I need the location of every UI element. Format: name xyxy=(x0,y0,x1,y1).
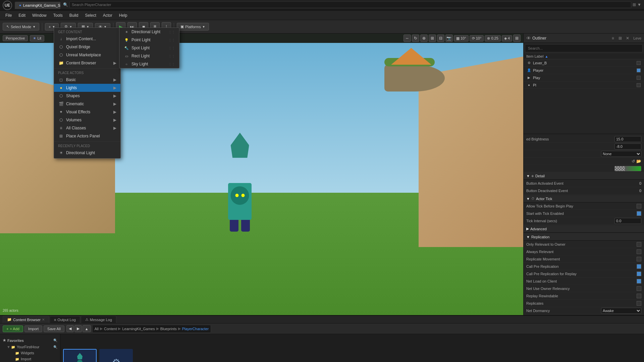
cb-add-button[interactable]: + + Add xyxy=(3,325,23,332)
tab-output-log[interactable]: ≡ Output Log xyxy=(50,316,80,323)
surface-snap-button[interactable]: ⊟ xyxy=(437,35,444,42)
frame-count-button[interactable]: ◈ 4 xyxy=(502,35,512,42)
rect-light-item[interactable]: ▭ Rect Light ⋮⋮ xyxy=(119,52,179,60)
maximize-viewport-button[interactable]: ⊞ xyxy=(513,35,521,42)
sort-icon[interactable]: ▼ xyxy=(637,2,641,7)
replicates-check[interactable] xyxy=(637,301,641,306)
menu-window[interactable]: Window xyxy=(30,12,49,19)
visual-effects-item[interactable]: ✦ Visual Effects ▶ xyxy=(54,108,120,116)
outliner-search-input[interactable] xyxy=(525,44,643,52)
path-playercharacter[interactable]: PlayerCharacter xyxy=(182,327,209,331)
outliner-close-icon[interactable]: ✕ xyxy=(625,35,631,41)
tree-item-widgets[interactable]: 📁 Widgets xyxy=(0,350,60,356)
import-content-item[interactable]: ↓ Import Content... xyxy=(54,35,120,43)
only-relevant-check[interactable] xyxy=(637,242,641,247)
platforms-button[interactable]: ▣ Platforms ▼ xyxy=(177,23,209,31)
sky-light-item[interactable]: ○ Sky Light ⋮⋮ xyxy=(119,60,179,68)
grid-size-button[interactable]: ▦ 10° xyxy=(454,35,469,42)
shapes-item[interactable]: ⬡ Shapes ▶ xyxy=(54,92,120,100)
quixel-bridge-item[interactable]: ⬡ Quixel Bridge xyxy=(54,43,120,51)
cb-import-button[interactable]: Import xyxy=(24,325,42,332)
replay-rewindable-check[interactable] xyxy=(637,294,641,298)
content-browser-item[interactable]: 📁 Content Browser ▶ xyxy=(54,59,120,67)
none-select[interactable]: None xyxy=(601,151,641,157)
select-mode-button[interactable]: ↖ Select Mode ▼ xyxy=(3,23,39,31)
outliner-layout-icon[interactable]: ⊞ xyxy=(617,35,623,41)
tree-item-import[interactable]: 📁 Import xyxy=(0,356,60,362)
menu-edit[interactable]: Edit xyxy=(16,12,28,19)
cb-save-button[interactable]: Save All xyxy=(44,325,64,332)
menu-tools[interactable]: Tools xyxy=(51,12,65,19)
asset-player-interactions[interactable]: ⚙ ↗ Blueprint Class BP_LearningKit_Playe… xyxy=(99,349,133,362)
cinematic-item[interactable]: 🎬 Cinematic ▶ xyxy=(54,100,120,108)
lever-visibility[interactable] xyxy=(636,60,641,66)
browse-icon[interactable]: 📂 xyxy=(636,159,641,164)
outliner-settings-icon[interactable]: ≡ xyxy=(610,35,616,41)
outliner-item-lever[interactable]: ⚙ Lever_B xyxy=(524,59,644,67)
tree-item-yourfirsthour[interactable]: ▼ 📁 YourFirstHour 🔍 xyxy=(0,344,60,350)
outliner-item-player[interactable]: 👤 Player xyxy=(524,67,644,74)
path-learningkit[interactable]: LearningKit_Games xyxy=(122,327,155,331)
volumes-item[interactable]: ⬡ Volumes ▶ xyxy=(54,116,120,124)
pl-checkbox[interactable] xyxy=(637,83,641,87)
scale-snap-button[interactable]: ⊗ 0.25 xyxy=(485,35,500,42)
asset-player-character[interactable]: Blueprint Class BP_LearningKit_PlayerCha… xyxy=(63,349,97,362)
unreal-marketplace-item[interactable]: ⬡ Unreal Marketplace xyxy=(54,51,120,59)
menu-select[interactable]: Select xyxy=(82,12,99,19)
filter-icon[interactable]: ⊞ xyxy=(633,2,636,7)
pl-visibility[interactable] xyxy=(636,82,641,88)
translate-button[interactable]: ↔ xyxy=(404,35,411,42)
start-tick-check[interactable] xyxy=(637,211,641,216)
path-content[interactable]: Content xyxy=(104,327,117,331)
always-relevant-check[interactable] xyxy=(637,249,641,254)
outliner-item-play[interactable]: ▶ Play xyxy=(524,74,644,81)
scale-button[interactable]: ⊕ xyxy=(420,35,428,42)
cb-back-button[interactable]: ◀ xyxy=(66,325,74,332)
point-light-item[interactable]: 💡 Point Light ⋮⋮ xyxy=(119,36,179,44)
angle-snap-button[interactable]: ⟳ 10° xyxy=(470,35,484,42)
cb-tab-close[interactable]: ✕ xyxy=(42,318,45,321)
recent-directional-light[interactable]: ☀ Directional Light xyxy=(54,149,120,157)
player-checkbox[interactable] xyxy=(637,68,641,72)
play-visibility[interactable] xyxy=(636,75,641,80)
menu-help[interactable]: Help xyxy=(116,12,130,19)
path-all[interactable]: All xyxy=(95,327,99,331)
place-actors-panel-item[interactable]: ⊞ Place Actors Panel xyxy=(54,132,120,140)
menu-actor[interactable]: Actor xyxy=(100,12,115,19)
advanced-header-1[interactable]: ▶ Advanced xyxy=(524,225,644,233)
perspective-button[interactable]: Perspective xyxy=(3,35,28,41)
replicate-movement-check[interactable] xyxy=(637,257,641,261)
lever-checkbox[interactable] xyxy=(637,61,641,65)
refresh-icon[interactable]: ↺ xyxy=(632,159,635,164)
tick-interval-input[interactable] xyxy=(614,218,641,224)
basic-item[interactable]: ◻ Basic ▶ xyxy=(54,76,120,84)
call-pre-rep-replay-check[interactable] xyxy=(637,272,641,276)
lit-button[interactable]: ☀ Lit xyxy=(30,35,44,42)
lights-item[interactable]: ● Lights ▶ xyxy=(54,84,120,92)
camera-speed-button[interactable]: 📷 xyxy=(445,35,453,42)
allow-tick-check[interactable] xyxy=(637,204,641,208)
outliner-item-pl[interactable]: ● Pl xyxy=(524,81,644,89)
directional-light-item[interactable]: ☀ Directional Light ⋮⋮ xyxy=(119,28,179,36)
all-classes-item[interactable]: ≡ All Classes ▶ xyxy=(54,124,120,132)
net-dormancy-select[interactable]: Awake xyxy=(601,308,641,314)
snap-button[interactable]: ⊞ xyxy=(429,35,436,42)
brightness-input[interactable] xyxy=(614,136,641,142)
path-blueprints[interactable]: Blueprints xyxy=(160,327,177,331)
fav-search-icon[interactable]: 🔍 xyxy=(53,339,57,342)
net-use-owner-check[interactable] xyxy=(637,286,641,291)
yf-search-icon[interactable]: 🔍 xyxy=(53,345,57,349)
detail-section-header[interactable]: ▼ ◈ Detail xyxy=(524,172,644,180)
menu-file[interactable]: File xyxy=(3,12,14,19)
color-swatch[interactable] xyxy=(614,166,641,171)
cb-up-button[interactable]: ▲ xyxy=(83,325,91,332)
player-visibility[interactable] xyxy=(636,68,641,73)
call-pre-rep-check[interactable] xyxy=(637,264,641,269)
cb-search-input[interactable] xyxy=(69,1,631,8)
play-checkbox[interactable] xyxy=(637,76,641,80)
details-tab[interactable]: Leve xyxy=(633,36,641,40)
spot-light-item[interactable]: 🔦 Spot Light ⋮⋮ xyxy=(119,44,179,52)
net-load-check[interactable] xyxy=(637,279,641,284)
net-cull-input[interactable] xyxy=(614,315,641,315)
menu-build[interactable]: Build xyxy=(67,12,81,19)
